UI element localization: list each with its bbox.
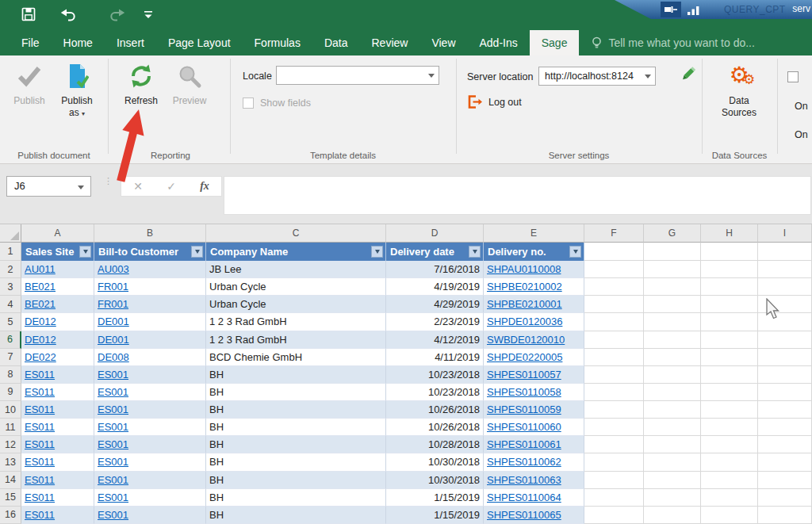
cell-delivery-no[interactable]: SHPES0110064	[484, 489, 584, 507]
empty-cell[interactable]	[644, 453, 701, 471]
tab-home[interactable]: Home	[52, 30, 105, 55]
cell-hyperlink[interactable]: ES001	[98, 386, 128, 398]
column-header-I[interactable]: I	[758, 224, 812, 243]
cell-delivery-date[interactable]: 2/23/2019	[386, 313, 484, 331]
empty-cell[interactable]	[758, 472, 812, 489]
empty-cell[interactable]	[644, 472, 701, 489]
cell-delivery-no[interactable]: SHPES0110061	[484, 436, 584, 453]
cell-hyperlink[interactable]: SHPBE0210001	[487, 298, 562, 310]
row-header-1[interactable]: 1	[0, 243, 21, 261]
cell-company-name[interactable]: BCD Chemie GmbH	[206, 349, 386, 366]
empty-cell[interactable]	[644, 349, 701, 366]
empty-cell[interactable]	[701, 507, 758, 524]
cell-hyperlink[interactable]: ES001	[98, 474, 128, 486]
cell-company-name[interactable]: BH	[206, 384, 386, 401]
empty-cell[interactable]	[584, 366, 644, 384]
cell-delivery-no[interactable]: SHPES0110062	[484, 453, 584, 471]
table-header-delivery-date[interactable]: Delivery date	[386, 243, 484, 261]
column-header-A[interactable]: A	[21, 224, 94, 243]
locale-combobox[interactable]	[276, 66, 439, 85]
formula-input[interactable]	[224, 176, 811, 215]
cell-hyperlink[interactable]: ES011	[25, 491, 55, 503]
cell-delivery-no[interactable]: SHPES0110057	[484, 366, 584, 384]
empty-cell[interactable]	[758, 401, 812, 419]
empty-cell[interactable]	[758, 436, 812, 453]
row-header-14[interactable]: 14	[0, 472, 21, 489]
cell-delivery-no[interactable]: SHPES0110063	[484, 472, 584, 489]
empty-cell[interactable]	[584, 278, 644, 296]
cell-delivery-date[interactable]: 10/30/2018	[386, 453, 484, 471]
cell-hyperlink[interactable]: SHPES0110060	[487, 421, 561, 433]
cell-delivery-no[interactable]: SHPES0110060	[484, 419, 584, 436]
row-header-16[interactable]: 16	[0, 507, 21, 524]
empty-cell[interactable]	[758, 419, 812, 436]
tab-file[interactable]: File	[10, 30, 52, 55]
edit-pencil-icon[interactable]	[680, 65, 697, 82]
column-header-B[interactable]: B	[94, 224, 206, 243]
cell-company-name[interactable]: Urban Cycle	[206, 296, 386, 313]
cell-hyperlink[interactable]: ES011	[25, 369, 55, 381]
cell-sales-site[interactable]: BE021	[21, 278, 94, 296]
confirm-entry-icon[interactable]: ✓	[167, 180, 176, 193]
cell-company-name[interactable]: 1 2 3 Rad GmbH	[206, 313, 386, 331]
tab-data[interactable]: Data	[312, 30, 360, 55]
cell-hyperlink[interactable]: DE012	[25, 334, 56, 346]
empty-cell[interactable]	[584, 261, 644, 278]
cell-hyperlink[interactable]: ES001	[98, 369, 128, 381]
cell-hyperlink[interactable]: DE001	[98, 316, 129, 327]
cell-company-name[interactable]: BH	[206, 419, 386, 436]
empty-cell[interactable]	[701, 419, 758, 436]
cell-sales-site[interactable]: DE022	[21, 349, 94, 366]
empty-cell[interactable]	[584, 296, 644, 313]
empty-cell[interactable]	[758, 313, 812, 331]
cell-bill-to-customer[interactable]: ES001	[94, 489, 206, 507]
undo-icon[interactable]	[60, 6, 76, 22]
cell-sales-site[interactable]: DE012	[21, 313, 94, 331]
empty-cell[interactable]	[701, 296, 758, 313]
empty-cell[interactable]	[701, 349, 758, 366]
cell-hyperlink[interactable]: SHPES0110057	[487, 369, 561, 381]
column-header-D[interactable]: D	[386, 224, 484, 243]
cell-hyperlink[interactable]: SHPDE0120036	[487, 316, 562, 327]
empty-cell[interactable]	[644, 243, 701, 261]
empty-cell[interactable]	[701, 384, 758, 401]
cell-delivery-date[interactable]: 4/12/2019	[386, 331, 484, 349]
empty-cell[interactable]	[644, 261, 701, 278]
cell-hyperlink[interactable]: DE022	[25, 351, 56, 363]
cell-sales-site[interactable]: ES011	[21, 507, 94, 524]
row-header-11[interactable]: 11	[0, 419, 21, 436]
row-header-12[interactable]: 12	[0, 436, 21, 453]
tab-sage[interactable]: Sage	[530, 30, 580, 55]
empty-cell[interactable]	[758, 507, 812, 524]
data-sources-button[interactable]: ⚙ ⚙ Data Sources	[714, 60, 764, 119]
empty-cell[interactable]	[644, 366, 701, 384]
empty-cell[interactable]	[644, 384, 701, 401]
tellme-box[interactable]: Tell me what you want to do...	[579, 30, 766, 55]
cell-company-name[interactable]: BH	[206, 489, 386, 507]
empty-cell[interactable]	[701, 489, 758, 507]
cell-company-name[interactable]: JB Lee	[206, 261, 386, 278]
column-header-G[interactable]: G	[644, 224, 701, 243]
tab-view[interactable]: View	[419, 30, 467, 55]
cell-hyperlink[interactable]: AU011	[25, 263, 56, 275]
cell-delivery-date[interactable]: 10/26/2018	[386, 401, 484, 419]
empty-cell[interactable]	[701, 261, 758, 278]
select-all-corner[interactable]	[0, 224, 21, 243]
tab-insert[interactable]: Insert	[105, 30, 156, 55]
cell-delivery-date[interactable]: 1/15/2019	[386, 489, 484, 507]
empty-cell[interactable]	[644, 507, 701, 524]
cell-hyperlink[interactable]: ES001	[98, 456, 128, 468]
cell-hyperlink[interactable]: SHPES0110058	[487, 386, 561, 398]
empty-cell[interactable]	[584, 401, 644, 419]
filter-dropdown-button[interactable]	[469, 246, 481, 258]
cell-hyperlink[interactable]: FR001	[98, 281, 128, 293]
empty-cell[interactable]	[584, 489, 644, 507]
cell-hyperlink[interactable]: SHPAU0110008	[487, 263, 561, 275]
empty-cell[interactable]	[584, 507, 644, 524]
cell-sales-site[interactable]: BE021	[21, 296, 94, 313]
row-header-10[interactable]: 10	[0, 401, 21, 419]
empty-cell[interactable]	[644, 331, 701, 349]
cell-company-name[interactable]: BH	[206, 436, 386, 453]
cell-bill-to-customer[interactable]: ES001	[94, 384, 206, 401]
cancel-entry-icon[interactable]: ✕	[133, 180, 143, 193]
